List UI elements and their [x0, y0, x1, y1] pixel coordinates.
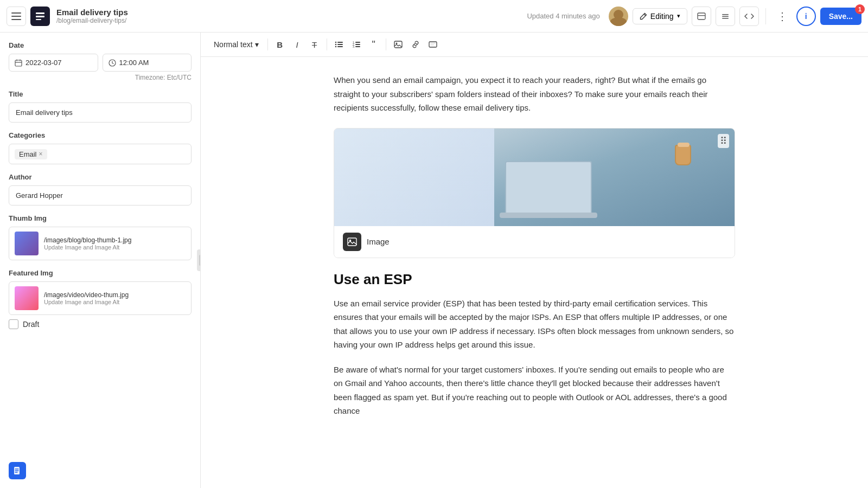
editing-button[interactable]: Editing ▾	[633, 8, 687, 24]
image-icon	[394, 41, 403, 48]
avatar	[609, 7, 628, 26]
bold-button[interactable]: B	[272, 37, 288, 52]
featured-img-action: Update Image and Image Alt	[44, 299, 129, 305]
svg-rect-2	[11, 19, 21, 20]
chevron-down-icon: ▾	[677, 12, 680, 20]
svg-rect-26	[394, 41, 402, 48]
svg-rect-19	[337, 46, 343, 47]
draft-label: Draft	[23, 320, 39, 329]
page-slug: /blog/email-delivery-tips/	[56, 17, 128, 24]
esp-paragraph-2[interactable]: Be aware of what's normal for your targe…	[334, 363, 735, 418]
image-button[interactable]	[391, 37, 406, 52]
draft-row: Draft	[9, 319, 192, 329]
svg-rect-8	[722, 14, 729, 15]
bullet-list-button[interactable]	[331, 37, 347, 52]
svg-rect-0	[11, 12, 21, 14]
list-view-button[interactable]	[716, 7, 735, 26]
author-input[interactable]	[9, 185, 192, 206]
svg-rect-7	[698, 15, 705, 16]
bottom-doc-button[interactable]	[9, 462, 26, 479]
toolbar-divider-3	[386, 38, 386, 50]
featured-img-info: /images/video/video-thum.jpg Update Imag…	[44, 291, 129, 305]
italic-button[interactable]: I	[290, 37, 305, 52]
categories-label: Categories	[9, 131, 192, 139]
page-title: Email delivery tips	[56, 8, 128, 17]
svg-rect-3	[36, 12, 44, 14]
thumb-img-info: /images/blog/blog-thumb-1.jpg Update Ima…	[44, 236, 131, 251]
svg-rect-1	[11, 16, 21, 17]
text-style-select[interactable]: Normal text ▾	[209, 38, 263, 51]
date-value: 2022-03-07	[25, 59, 62, 67]
link-icon	[411, 41, 420, 48]
thumb-img-field[interactable]: /images/blog/blog-thumb-1.jpg Update Ima…	[9, 227, 192, 260]
title-input[interactable]	[9, 102, 192, 123]
featured-img-field[interactable]: /images/video/video-thum.jpg Update Imag…	[9, 281, 192, 315]
esp-paragraph-1[interactable]: Use an email service provider (ESP) that…	[334, 297, 735, 352]
info-button[interactable]: i	[796, 7, 816, 26]
menu-button[interactable]	[7, 7, 26, 26]
preview-button[interactable]	[692, 7, 711, 26]
author-label: Author	[9, 173, 192, 181]
main-layout: Date 2022-03-07 12:00 AM Timezone: Etc/U…	[0, 33, 868, 488]
info-icon: i	[805, 12, 807, 21]
caption-image-icon	[343, 233, 361, 251]
save-badge: 1	[855, 4, 865, 14]
svg-point-16	[335, 44, 336, 46]
quote-button[interactable]: "	[366, 37, 381, 52]
intro-paragraph[interactable]: When you send an email campaign, you exp…	[334, 73, 735, 115]
preview-icon	[697, 12, 706, 20]
drag-handle-icon[interactable]: ⠿	[718, 134, 729, 148]
image-block[interactable]: ⠿ Image	[334, 128, 735, 258]
title-label: Title	[9, 90, 192, 98]
save-button[interactable]: Save... 1	[820, 8, 861, 25]
remove-tag-button[interactable]: ×	[39, 150, 43, 158]
more-options-button[interactable]: ⋮	[773, 7, 792, 26]
embed-button[interactable]	[425, 37, 441, 52]
editor-area: Normal text ▾ B I T	[201, 33, 868, 488]
clear-icon: T	[312, 40, 317, 49]
featured-img-path: /images/video/video-thum.jpg	[44, 291, 129, 299]
category-tag: Email ×	[15, 149, 47, 159]
bullet-list-icon	[335, 41, 343, 48]
svg-rect-29	[430, 43, 436, 44]
featured-img-label: Featured Img	[9, 269, 192, 277]
svg-rect-30	[430, 44, 434, 46]
code-icon	[744, 12, 754, 20]
dots-icon: ⋮	[777, 10, 788, 23]
use-esp-heading[interactable]: Use an ESP	[334, 271, 735, 288]
thumb-img-preview	[15, 232, 39, 255]
svg-rect-25	[355, 46, 360, 47]
svg-rect-4	[36, 16, 44, 17]
text-style-label: Normal text	[214, 40, 253, 49]
clear-format-button[interactable]: T	[307, 37, 322, 52]
svg-point-18	[335, 46, 336, 48]
date-row: 2022-03-07 12:00 AM	[9, 54, 192, 72]
editor-content: When you send an email campaign, you exp…	[290, 57, 778, 451]
draft-checkbox[interactable]	[9, 319, 18, 329]
thumb-img-path: /images/blog/blog-thumb-1.jpg	[44, 236, 131, 244]
date-label: Date	[9, 41, 192, 49]
navbar: Email delivery tips /blog/email-delivery…	[0, 0, 868, 33]
save-label: Save...	[829, 12, 853, 21]
timezone-text: Timezone: Etc/UTC	[9, 74, 192, 81]
code-view-button[interactable]	[739, 7, 759, 26]
resize-handle[interactable]	[197, 249, 201, 271]
quote-icon: "	[372, 40, 375, 49]
date-input[interactable]: 2022-03-07	[9, 54, 98, 72]
featured-img-preview	[15, 286, 39, 310]
svg-point-14	[335, 42, 336, 43]
time-input[interactable]: 12:00 AM	[103, 54, 192, 72]
ordered-list-button[interactable]: 1. 2. 3.	[349, 37, 364, 52]
list-icon	[721, 12, 730, 20]
time-value: 12:00 AM	[119, 59, 149, 67]
sidebar: Date 2022-03-07 12:00 AM Timezone: Etc/U…	[0, 33, 201, 488]
doc-icon	[13, 466, 22, 475]
svg-point-27	[395, 43, 397, 44]
categories-input[interactable]: Email ×	[9, 144, 192, 164]
link-button[interactable]	[408, 37, 423, 52]
ordered-list-icon: 1. 2. 3.	[352, 41, 361, 48]
svg-rect-17	[337, 44, 343, 45]
svg-text:3.: 3.	[353, 45, 355, 48]
calendar-icon	[15, 59, 22, 67]
svg-rect-21	[355, 42, 360, 43]
